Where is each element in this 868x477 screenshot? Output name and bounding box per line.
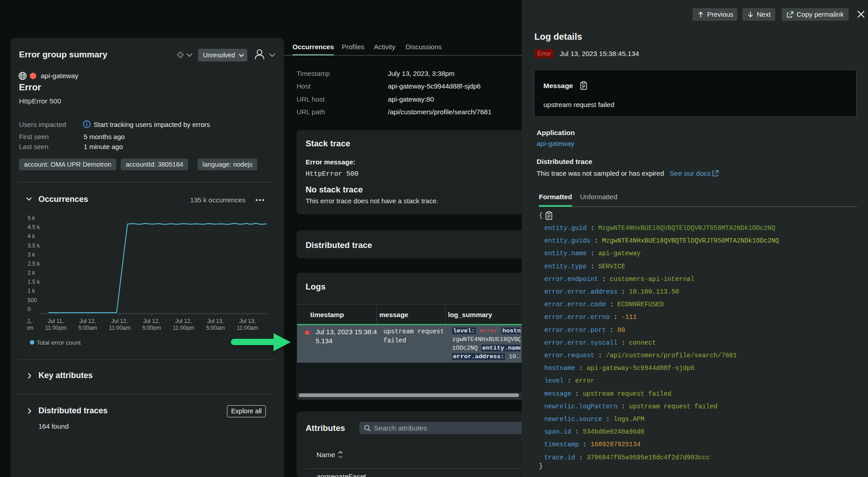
svg-text:5:00pm: 5:00pm <box>142 325 161 331</box>
svg-text:1.5 k: 1.5 k <box>28 279 40 285</box>
svg-text:Jul 12,: Jul 12, <box>175 318 192 324</box>
svg-text:Jul 11,: Jul 11, <box>48 318 64 324</box>
svg-text:3.5 k: 3.5 k <box>28 243 40 249</box>
svg-text:1 k: 1 k <box>28 288 35 294</box>
svg-text:11:00pm: 11:00pm <box>45 325 66 331</box>
svg-text:11:00pm: 11:00pm <box>173 325 194 331</box>
svg-text:5:00am: 5:00am <box>78 325 97 331</box>
svg-text:5 k: 5 k <box>28 215 35 221</box>
svg-text:Jul 12,: Jul 12, <box>80 318 96 324</box>
svg-text:2.5 k: 2.5 k <box>28 261 40 267</box>
svg-text:11:00am: 11:00am <box>109 325 130 331</box>
svg-text:Jul 13,: Jul 13, <box>239 318 256 324</box>
svg-text:4.5 k: 4.5 k <box>28 224 40 230</box>
svg-text:Jul 13,: Jul 13, <box>207 318 224 324</box>
svg-text:Jul 12,: Jul 12, <box>111 318 128 324</box>
svg-text:Jul 11,: Jul 11, <box>19 318 32 324</box>
svg-text:4 k: 4 k <box>28 233 35 239</box>
svg-text:0: 0 <box>28 306 31 313</box>
svg-text:Jul 12,: Jul 12, <box>143 318 160 324</box>
svg-text:500: 500 <box>28 297 37 304</box>
svg-text:5:00pm: 5:00pm <box>19 325 33 331</box>
svg-text:3 k: 3 k <box>28 252 35 258</box>
svg-text:2 k: 2 k <box>28 270 35 276</box>
svg-text:5:00am: 5:00am <box>206 325 225 331</box>
